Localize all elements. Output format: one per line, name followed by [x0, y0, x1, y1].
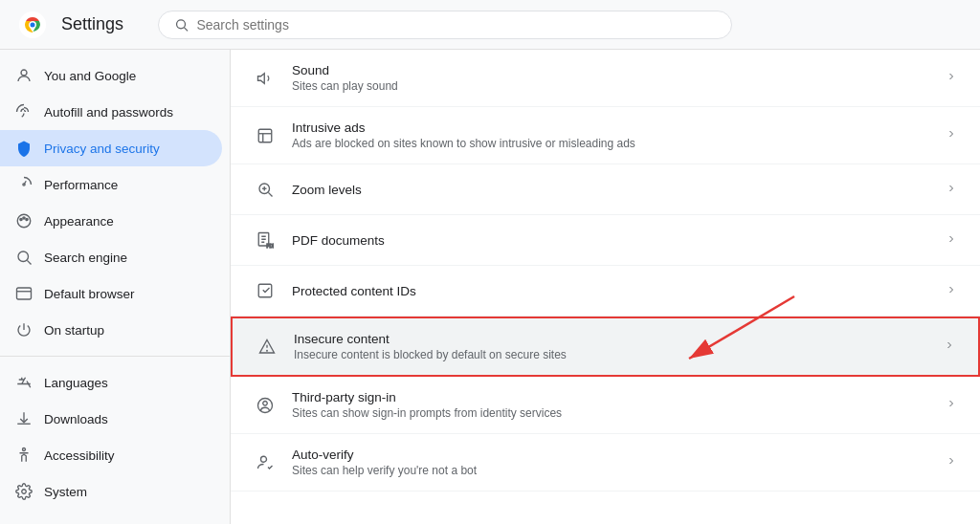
sidebar-divider [0, 356, 230, 357]
setting-row-third-party-signin[interactable]: Third-party sign-inSites can show sign-i… [231, 377, 980, 434]
setting-subtitle: Insecure content is blocked by default o… [294, 348, 936, 361]
sidebar-item-label: On startup [44, 323, 104, 338]
person-circle-icon [254, 394, 277, 417]
setting-row-zoom-levels[interactable]: Zoom levels [231, 164, 980, 215]
chevron-right-icon [946, 183, 957, 197]
setting-title: Third-party sign-in [292, 390, 938, 404]
sidebar-item-default-browser[interactable]: Default browser [0, 275, 222, 312]
setting-title: Auto-verify [292, 448, 938, 462]
setting-subtitle: Sites can show sign-in prompts from iden… [292, 406, 938, 420]
content-wrapper: SoundSites can play soundIntrusive adsAd… [231, 50, 980, 491]
setting-title: Sound [292, 63, 938, 77]
svg-point-5 [21, 70, 27, 76]
sidebar-item-downloads[interactable]: Downloads [0, 401, 222, 437]
search-bar[interactable] [158, 11, 732, 39]
chevron-right-icon [946, 128, 957, 142]
power-icon [15, 321, 33, 338]
content-area: SoundSites can play soundIntrusive adsAd… [230, 50, 980, 524]
svg-point-15 [23, 448, 26, 451]
sidebar-item-languages[interactable]: Languages [0, 364, 222, 401]
sidebar-item-label: Appearance [44, 214, 114, 229]
volume-icon [254, 67, 277, 90]
setting-subtitle: Ads are blocked on sites known to show i… [292, 137, 938, 150]
person-icon [15, 67, 33, 84]
svg-point-32 [263, 401, 268, 405]
chevron-right-icon [946, 71, 957, 85]
svg-point-9 [23, 217, 25, 219]
sidebar-item-label: Accessibility [44, 448, 115, 463]
speed-icon [15, 176, 33, 193]
sidebar-item-search-engine[interactable]: Search engine [0, 239, 222, 275]
svg-point-30 [267, 350, 268, 351]
accessibility-icon [15, 447, 33, 464]
sidebar-item-on-startup[interactable]: On startup [0, 312, 222, 348]
setting-subtitle: Sites can help verify you're not a bot [292, 464, 938, 477]
setting-text: Third-party sign-inSites can show sign-i… [292, 390, 938, 420]
setting-subtitle: Sites can play sound [292, 79, 938, 93]
person-check-icon [254, 451, 277, 474]
sidebar-item-performance[interactable]: Performance [0, 166, 222, 203]
setting-text: SoundSites can play sound [292, 63, 938, 93]
settings-icon [15, 483, 33, 500]
svg-point-8 [20, 218, 22, 220]
chrome-logo [19, 11, 46, 38]
sidebar-item-label: Search engine [44, 251, 127, 265]
setting-row-pdf-documents[interactable]: PDFPDF documents [231, 215, 980, 266]
chevron-right-icon [946, 455, 957, 469]
translate-icon [15, 374, 33, 391]
setting-text: Protected content IDs [292, 284, 938, 298]
main-layout: You and GoogleAutofill and passwordsPriv… [0, 50, 980, 524]
sidebar-item-label: Downloads [44, 412, 108, 426]
setting-row-protected-content[interactable]: Protected content IDs [231, 266, 980, 317]
sidebar-item-accessibility[interactable]: Accessibility [0, 437, 222, 473]
svg-point-11 [18, 251, 29, 262]
chevron-right-icon [946, 233, 957, 248]
setting-row-intrusive-ads[interactable]: Intrusive adsAds are blocked on sites kn… [231, 107, 980, 164]
pdf-icon: PDF [254, 229, 277, 251]
svg-marker-17 [258, 73, 265, 83]
setting-row-auto-verify[interactable]: Auto-verifySites can help verify you're … [231, 434, 980, 491]
setting-text: Insecure contentInsecure content is bloc… [294, 332, 936, 361]
sidebar-item-label: System [44, 485, 87, 499]
setting-title: PDF documents [292, 233, 938, 248]
setting-title: Insecure content [294, 332, 936, 346]
svg-line-12 [27, 260, 31, 264]
sidebar-item-label: Performance [44, 178, 118, 192]
setting-text: Intrusive adsAds are blocked on sites kn… [292, 120, 938, 150]
header: Settings [0, 0, 980, 50]
setting-row-sound[interactable]: SoundSites can play sound [231, 50, 980, 107]
palette-icon [15, 212, 33, 229]
svg-line-22 [268, 192, 272, 196]
sidebar-item-you-and-google[interactable]: You and Google [0, 57, 222, 94]
svg-rect-18 [258, 129, 272, 142]
svg-rect-27 [258, 284, 272, 297]
svg-line-4 [185, 27, 189, 31]
setting-text: PDF documents [292, 233, 938, 248]
sidebar: You and GoogleAutofill and passwordsPriv… [0, 50, 230, 524]
svg-point-2 [31, 22, 35, 27]
fingerprint-icon [15, 103, 33, 120]
block-icon [254, 124, 277, 147]
sidebar-item-appearance[interactable]: Appearance [0, 203, 222, 239]
shield-icon [15, 140, 33, 157]
sidebar-item-privacy[interactable]: Privacy and security [0, 130, 222, 166]
setting-title: Protected content IDs [292, 284, 938, 298]
warning-icon [256, 336, 278, 359]
search-icon [15, 249, 33, 266]
search-input[interactable] [196, 17, 716, 33]
sidebar-item-system[interactable]: System [0, 473, 222, 510]
checkbox-icon [254, 279, 277, 302]
setting-text: Auto-verifySites can help verify you're … [292, 448, 938, 477]
zoom-icon [254, 178, 277, 201]
svg-point-3 [177, 19, 186, 28]
setting-text: Zoom levels [292, 183, 938, 197]
setting-row-insecure-content[interactable]: Insecure contentInsecure content is bloc… [231, 317, 980, 377]
svg-text:PDF: PDF [267, 244, 275, 249]
sidebar-item-label: Privacy and security [44, 142, 160, 156]
search-icon [174, 17, 189, 33]
browser-icon [15, 285, 33, 302]
svg-point-10 [26, 218, 28, 220]
sidebar-item-autofill[interactable]: Autofill and passwords [0, 94, 222, 130]
setting-title: Zoom levels [292, 183, 938, 197]
sidebar-item-label: Default browser [44, 287, 135, 301]
